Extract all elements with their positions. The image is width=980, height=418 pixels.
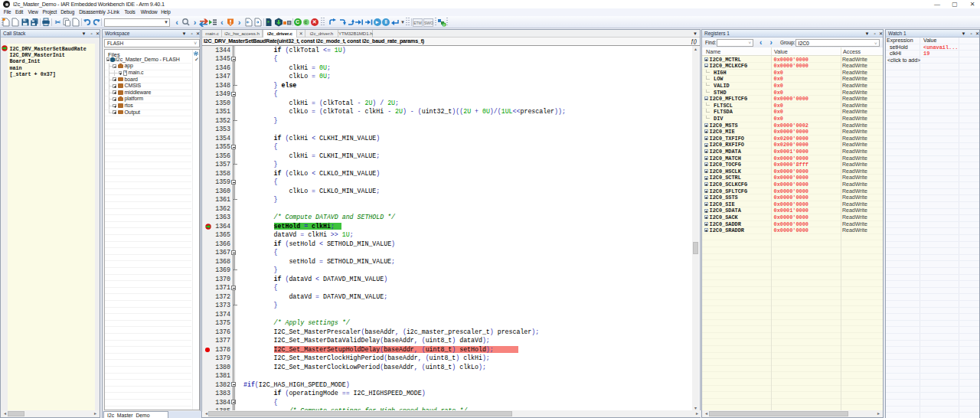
svg-text:o: o [443,22,446,27]
